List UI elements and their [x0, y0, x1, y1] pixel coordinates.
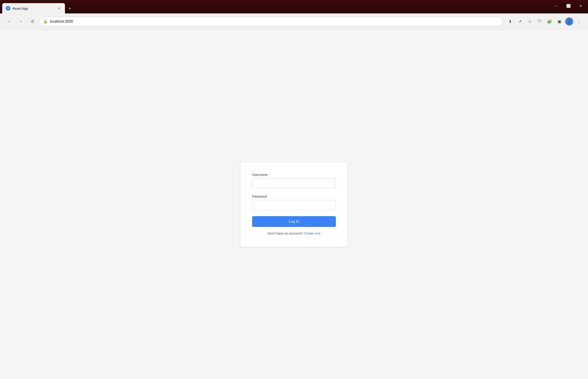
- restore-icon: ⬜: [566, 4, 571, 8]
- puzzle-icon: 🧩: [547, 19, 552, 24]
- address-bar[interactable]: 🔒 localhost:3000: [39, 17, 503, 26]
- tab-title: React App: [13, 6, 54, 10]
- minimize-icon: —: [555, 4, 558, 8]
- sidebar-button[interactable]: ▣: [555, 17, 564, 26]
- forward-icon: →: [19, 19, 23, 24]
- extensions-button[interactable]: 🧩: [545, 17, 554, 26]
- react-icon: ⚛: [7, 7, 9, 10]
- login-button[interactable]: Log In: [252, 216, 336, 227]
- profile-icon: 👤: [567, 19, 572, 24]
- login-card: Username Password Log In Don't have an a…: [240, 162, 348, 247]
- create-account-link[interactable]: Create one: [304, 231, 320, 235]
- nav-actions: ⬇ ↗ ☆ 🛡 🧩 ▣ 👤 ⋮: [506, 17, 584, 26]
- address-text: localhost:3000: [50, 19, 73, 24]
- avatar: 👤: [565, 17, 573, 26]
- shield-button[interactable]: 🛡: [535, 17, 544, 26]
- minimize-button[interactable]: —: [551, 2, 562, 9]
- share-icon: ↗: [518, 19, 522, 24]
- forward-button[interactable]: →: [16, 17, 25, 26]
- nav-bar: ← → ↺ 🔒 localhost:3000 ⬇ ↗ ☆ 🛡: [0, 14, 588, 30]
- page-content: Username Password Log In Don't have an a…: [0, 30, 588, 379]
- password-group: Password: [252, 194, 336, 210]
- download-button[interactable]: ⬇: [506, 17, 514, 26]
- star-icon: ☆: [528, 19, 532, 24]
- window-controls: — ⬜ ✕: [551, 2, 586, 9]
- new-tab-button[interactable]: +: [66, 4, 74, 13]
- back-button[interactable]: ←: [4, 17, 14, 26]
- shield-icon: 🛡: [538, 19, 542, 24]
- close-icon: ✕: [579, 4, 582, 8]
- username-label: Username: [252, 173, 336, 176]
- username-group: Username: [252, 173, 336, 188]
- create-account-prompt: Don't have an account? Create one: [252, 231, 336, 235]
- sidebar-icon: ▣: [557, 19, 561, 24]
- close-button[interactable]: ✕: [575, 2, 586, 9]
- profile-button[interactable]: 👤: [565, 17, 574, 26]
- restore-button[interactable]: ⬜: [563, 2, 574, 9]
- menu-button[interactable]: ⋮: [574, 17, 584, 26]
- title-bar: ⚛ React App ✕ + — ⬜ ✕: [0, 0, 588, 14]
- active-tab[interactable]: ⚛ React App ✕: [2, 3, 65, 14]
- no-account-text: Don't have an account?: [268, 231, 303, 235]
- password-input[interactable]: [252, 200, 336, 210]
- tab-favicon: ⚛: [6, 6, 10, 11]
- menu-icon: ⋮: [577, 19, 581, 24]
- back-icon: ←: [7, 19, 11, 24]
- reload-button[interactable]: ↺: [28, 17, 37, 26]
- username-input[interactable]: [252, 178, 336, 188]
- reload-icon: ↺: [31, 19, 34, 24]
- download-icon: ⬇: [509, 19, 512, 24]
- share-button[interactable]: ↗: [515, 17, 525, 26]
- password-label: Password: [252, 194, 336, 198]
- tab-bar: ⚛ React App ✕ +: [2, 0, 549, 14]
- lock-icon: 🔒: [43, 19, 48, 24]
- browser-window: ⚛ React App ✕ + — ⬜ ✕ ← → ↺: [0, 0, 588, 379]
- bookmark-button[interactable]: ☆: [525, 17, 534, 26]
- tab-close-button[interactable]: ✕: [56, 6, 61, 11]
